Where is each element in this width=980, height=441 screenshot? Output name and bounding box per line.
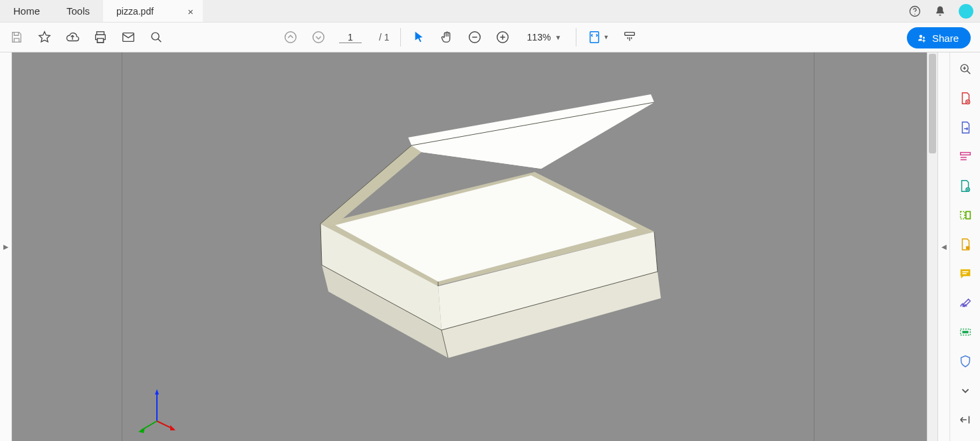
- toolbar-separator: [400, 28, 401, 46]
- page-number-input[interactable]: [339, 32, 362, 43]
- svg-rect-11: [625, 33, 635, 36]
- chevron-down-icon: ▼: [603, 34, 609, 41]
- chevron-right-icon: ▶: [3, 243, 9, 250]
- bell-icon[interactable]: [933, 5, 947, 18]
- main: ▶: [0, 52, 980, 441]
- scrollbar-thumb[interactable]: [929, 54, 936, 153]
- close-tab-icon[interactable]: ×: [187, 7, 193, 17]
- edit-pdf-icon[interactable]: [958, 149, 973, 164]
- save-icon[interactable]: [9, 30, 24, 44]
- zoom-value: 113%: [527, 32, 551, 43]
- page-total-label: / 1: [379, 32, 390, 43]
- document-page: [122, 52, 814, 441]
- pointer-icon[interactable]: [412, 30, 426, 44]
- axis-gizmo: [137, 388, 177, 434]
- svg-rect-33: [960, 212, 964, 219]
- more-tools-icon[interactable]: [958, 383, 973, 398]
- compress-icon[interactable]: [958, 237, 973, 252]
- read-mode-icon[interactable]: [622, 30, 637, 44]
- toolbar: / 1 113% ▼ ▼ Sha: [0, 22, 980, 52]
- svg-point-1: [914, 13, 915, 14]
- combine-icon[interactable]: [958, 179, 973, 193]
- svg-point-7: [313, 32, 324, 43]
- svg-rect-35: [965, 246, 969, 250]
- tab-document-label: pizza.pdf: [116, 6, 154, 17]
- chevron-left-icon: ◀: [941, 243, 947, 250]
- collapse-pane-icon[interactable]: [958, 412, 973, 427]
- svg-marker-24: [155, 389, 159, 395]
- fit-page-dropdown[interactable]: ▼: [587, 30, 609, 44]
- svg-point-6: [285, 32, 297, 43]
- tab-strip: Home Tools pizza.pdf ×: [0, 0, 980, 22]
- protect-icon[interactable]: [958, 354, 973, 369]
- sign-icon[interactable]: [958, 296, 973, 310]
- svg-marker-26: [170, 425, 176, 430]
- svg-rect-37: [962, 331, 968, 333]
- create-pdf-icon[interactable]: [958, 91, 973, 106]
- search-icon[interactable]: [149, 30, 164, 44]
- right-panel-toggle[interactable]: ◀: [937, 52, 949, 441]
- zoom-select[interactable]: 113% ▼: [523, 31, 566, 44]
- svg-point-5: [152, 33, 159, 40]
- toolbar-separator-2: [576, 28, 576, 46]
- svg-rect-4: [123, 33, 134, 42]
- page-up-icon[interactable]: [283, 30, 298, 44]
- cloud-upload-icon[interactable]: [65, 30, 80, 44]
- toolbar-nav-group: / 1: [283, 30, 390, 44]
- left-panel-toggle[interactable]: ▶: [0, 52, 12, 441]
- vertical-scrollbar[interactable]: [927, 52, 937, 441]
- toolbar-fit-group: ▼: [587, 30, 637, 44]
- share-button-label: Share: [932, 33, 959, 44]
- mail-icon[interactable]: [121, 30, 136, 44]
- svg-rect-31: [960, 153, 970, 155]
- tab-document[interactable]: pizza.pdf ×: [103, 0, 203, 22]
- comment-icon[interactable]: [958, 266, 973, 281]
- redact-icon[interactable]: [958, 325, 973, 339]
- chevron-down-icon: ▼: [554, 34, 561, 41]
- zoom-in-icon[interactable]: [495, 30, 510, 44]
- page-down-icon[interactable]: [311, 30, 326, 44]
- help-icon[interactable]: [908, 5, 921, 18]
- document-viewer[interactable]: [12, 52, 927, 441]
- box-3d-illustration: [122, 52, 814, 441]
- hand-icon[interactable]: [439, 30, 454, 44]
- tabstrip-right-icons: [908, 0, 973, 22]
- fit-page-icon: [587, 30, 602, 44]
- organize-icon[interactable]: [958, 208, 973, 222]
- export-pdf-icon[interactable]: [958, 120, 973, 135]
- svg-rect-34: [965, 212, 969, 219]
- zoom-out-icon[interactable]: [467, 30, 482, 44]
- print-icon[interactable]: [93, 30, 108, 44]
- zoom-tool-icon[interactable]: [958, 62, 973, 76]
- svg-rect-10: [590, 32, 599, 43]
- tab-home[interactable]: Home: [0, 0, 53, 22]
- svg-rect-2: [97, 32, 104, 35]
- toolbar-file-group: [9, 30, 164, 44]
- tab-tools[interactable]: Tools: [53, 0, 103, 22]
- star-icon[interactable]: [37, 30, 52, 44]
- svg-rect-3: [97, 39, 103, 43]
- tools-pane: [949, 52, 980, 441]
- svg-marker-21: [408, 94, 654, 169]
- svg-marker-28: [138, 428, 145, 433]
- share-button[interactable]: Share: [907, 27, 971, 48]
- toolbar-view-group: 113% ▼: [412, 30, 566, 44]
- avatar[interactable]: [959, 4, 973, 19]
